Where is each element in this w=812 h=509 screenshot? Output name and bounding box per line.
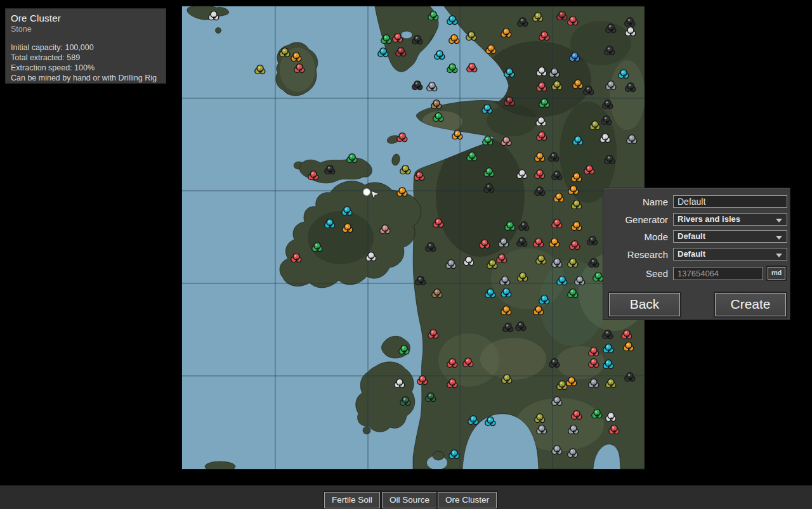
name-label: Name — [603, 195, 668, 209]
research-value: Default — [678, 249, 705, 259]
back-button[interactable]: Back — [609, 293, 680, 316]
tooltip-stat-mining: Can be mined by hand or with Drilling Ri… — [11, 73, 166, 83]
fertile-soil-button[interactable]: Fertile Soil — [324, 492, 380, 508]
randomize-seed-button[interactable]: rnd — [768, 267, 785, 280]
game-screen: { "tooltip": { "title": "Ore Cluster", "… — [0, 0, 812, 509]
research-label: Research — [603, 248, 668, 261]
tooltip-subtitle: Stone — [11, 25, 166, 34]
generator-label: Generator — [603, 213, 668, 226]
name-input[interactable] — [673, 195, 787, 208]
map-center-marker[interactable] — [363, 189, 370, 196]
mode-dropdown[interactable]: Default — [673, 230, 787, 243]
generator-dropdown[interactable]: Rivers and isles — [673, 213, 787, 226]
ore-info-tooltip: Ore Cluster Stone Initial capacity: 100,… — [5, 8, 166, 84]
mode-value: Default — [678, 231, 705, 241]
create-button[interactable]: Create — [715, 293, 786, 316]
tooltip-stat-capacity: Initial capacity: 100,000 — [11, 42, 166, 53]
oil-source-button[interactable]: Oil Source — [382, 492, 437, 508]
create-game-panel: Name Generator Rivers and isles Mode Def… — [603, 188, 790, 320]
tooltip-title: Ore Cluster — [11, 13, 166, 23]
islet — [433, 451, 444, 460]
chevron-down-icon — [776, 219, 782, 222]
tooltip-stat-speed: Extraction speed: 100% — [11, 63, 166, 73]
generator-value: Rivers and isles — [678, 214, 740, 224]
chevron-down-icon — [776, 236, 782, 240]
ore-cluster-button[interactable]: Ore Cluster — [438, 492, 497, 508]
tooltip-stat-extracted: Total extracted: 589 — [11, 53, 166, 63]
seed-label: Seed — [603, 267, 668, 280]
world-map-preview[interactable] — [182, 6, 645, 469]
chevron-down-icon — [776, 254, 782, 257]
mode-label: Mode — [603, 230, 668, 243]
seed-input[interactable] — [673, 267, 763, 280]
research-dropdown[interactable]: Default — [673, 248, 787, 261]
bottom-toolbar: Fertile Soil Oil Source Ore Cluster — [0, 486, 812, 509]
